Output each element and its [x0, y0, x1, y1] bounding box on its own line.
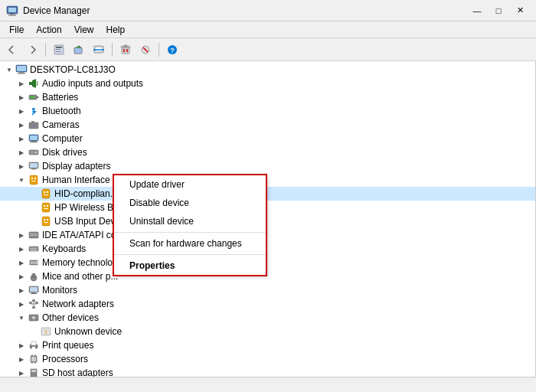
print-expand-icon [15, 339, 28, 351]
other-label: Other devices [42, 312, 99, 323]
tree-item-cameras[interactable]: Cameras [0, 118, 535, 132]
ctx-disable-device[interactable]: Disable device [114, 194, 266, 212]
update-driver-button[interactable] [70, 41, 88, 59]
svg-rect-80 [30, 287, 38, 292]
disk-icon [28, 146, 40, 158]
ctx-uninstall-device[interactable]: Uninstall device [114, 212, 266, 230]
tree-item-audio[interactable]: Audio inputs and outputs [0, 77, 535, 90]
main-area: DESKTOP-LC81J3O Audio inputs and outputs [0, 61, 536, 377]
close-button[interactable]: ✕ [510, 3, 530, 18]
back-button[interactable] [3, 41, 21, 59]
cameras-label: Cameras [42, 119, 80, 130]
svg-rect-58 [42, 217, 50, 226]
tree-item-monitors[interactable]: Monitors [0, 283, 535, 297]
disk-label: Disk drives [42, 147, 87, 158]
svg-rect-66 [30, 248, 31, 250]
svg-rect-73 [33, 261, 34, 264]
tree-item-other[interactable]: Other devices [0, 311, 535, 325]
svg-text:?: ? [170, 47, 175, 54]
svg-point-47 [31, 178, 33, 179]
tree-item-processors[interactable]: Processors [0, 352, 535, 366]
svg-marker-9 [76, 45, 82, 48]
menu-bar: File Action View Help [0, 21, 536, 38]
hid-compliant-expand-icon [28, 188, 40, 200]
usb-icon [40, 215, 52, 227]
help-button[interactable]: ? [163, 41, 181, 59]
svg-rect-75 [37, 261, 38, 264]
svg-point-51 [44, 191, 45, 193]
batteries-label: Batteries [42, 92, 78, 103]
toolbar-sep-3 [159, 43, 159, 57]
svg-rect-68 [34, 248, 36, 250]
uninstall-button[interactable] [116, 41, 135, 59]
svg-rect-57 [44, 208, 48, 209]
disable-button[interactable] [136, 41, 155, 59]
tree-item-bluetooth[interactable]: Bluetooth [0, 104, 535, 118]
ide-label: IDE ATA/ATAPI co... [42, 230, 123, 240]
tree-item-hid-compliant[interactable]: HID-complian... [0, 187, 535, 201]
tree-item-network[interactable]: Network adapters [0, 297, 535, 311]
tree-item-unknown[interactable]: ! Unknown device [0, 325, 535, 338]
device-tree[interactable]: DESKTOP-LC81J3O Audio inputs and outputs [0, 61, 536, 377]
unknown-label: Unknown device [54, 326, 122, 337]
bluetooth-label: Bluetooth [42, 106, 81, 116]
menu-file[interactable]: File [3, 23, 30, 37]
scan-button[interactable] [90, 41, 108, 59]
svg-rect-42 [30, 153, 34, 154]
tree-item-batteries[interactable]: Batteries [0, 90, 535, 104]
svg-point-40 [35, 152, 38, 154]
svg-rect-24 [19, 72, 24, 74]
svg-point-52 [47, 191, 48, 193]
tree-item-hid[interactable]: Human Interface Devices [0, 173, 535, 187]
svg-rect-74 [34, 261, 36, 264]
cameras-expand-icon [15, 119, 28, 131]
processors-label: Processors [42, 354, 88, 364]
ide-expand-icon [15, 229, 28, 241]
svg-rect-96 [31, 341, 36, 345]
svg-rect-53 [44, 194, 48, 195]
svg-rect-44 [30, 163, 38, 168]
menu-view[interactable]: View [68, 23, 100, 37]
properties-button[interactable] [50, 41, 68, 59]
tree-item-mice[interactable]: Mice and other p... [0, 270, 535, 283]
tree-item-ide[interactable]: IDE ATA/ATAPI co... [0, 228, 535, 242]
maximize-button[interactable]: □ [489, 3, 508, 18]
menu-action[interactable]: Action [30, 23, 67, 37]
svg-rect-23 [17, 66, 26, 71]
mice-label: Mice and other p... [42, 271, 118, 282]
computer-label: Computer [42, 133, 83, 144]
svg-rect-41 [30, 152, 34, 152]
tree-item-disk[interactable]: Disk drives [0, 145, 535, 159]
menu-help[interactable]: Help [100, 23, 132, 37]
tree-root[interactable]: DESKTOP-LC81J3O [0, 63, 535, 77]
audio-expand-icon [15, 77, 28, 90]
tree-item-computer[interactable]: Computer [0, 132, 535, 145]
svg-rect-13 [122, 47, 129, 54]
hp-expand-icon [28, 201, 40, 214]
tree-item-print[interactable]: Print queues [0, 338, 535, 352]
ctx-scan-hardware[interactable]: Scan for hardware changes [114, 234, 266, 253]
svg-rect-49 [31, 181, 36, 181]
window-controls: — □ ✕ [467, 3, 530, 18]
tree-item-sd[interactable]: SD host adapters [0, 366, 535, 377]
root-expand-icon [3, 64, 15, 76]
tree-item-keyboards[interactable]: Keyboards [0, 242, 535, 256]
forward-button[interactable] [23, 41, 41, 59]
svg-rect-29 [37, 96, 38, 98]
tree-item-memory[interactable]: Memory technolo... [0, 256, 535, 270]
svg-rect-3 [8, 15, 16, 15]
tree-item-display[interactable]: Display adapters [0, 159, 535, 173]
ctx-update-driver[interactable]: Update driver [114, 175, 266, 194]
minimize-button[interactable]: — [467, 3, 487, 18]
svg-rect-1 [8, 8, 16, 12]
svg-rect-84 [32, 299, 35, 302]
usb-expand-icon [28, 215, 40, 227]
other-expand-icon [15, 312, 28, 324]
display-label: Display adapters [42, 161, 110, 172]
svg-text:!: ! [45, 328, 47, 335]
ctx-properties[interactable]: Properties [114, 256, 266, 275]
svg-point-59 [44, 219, 45, 220]
tree-item-hp-wireless[interactable]: HP Wireless B... [0, 201, 535, 214]
hid-compliant-icon [40, 188, 52, 200]
tree-item-usb-input[interactable]: USB Input Dev... [0, 214, 535, 228]
